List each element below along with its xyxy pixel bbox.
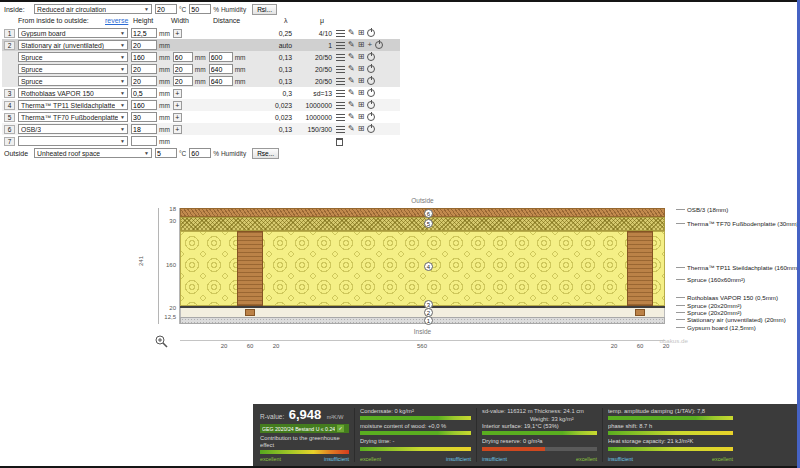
power-icon[interactable] <box>367 101 375 109</box>
height-input[interactable] <box>131 64 157 74</box>
insert-layer-icon[interactable]: ⊞ <box>358 125 365 133</box>
height-input[interactable] <box>131 136 157 146</box>
material-select[interactable]: Stationary air (unventilated) ▼ <box>18 40 128 50</box>
menu-icon[interactable] <box>336 126 345 133</box>
power-icon[interactable] <box>367 113 375 121</box>
distance-input[interactable] <box>209 64 233 74</box>
bdim-20: 20 <box>266 343 286 349</box>
distance-input[interactable] <box>209 76 233 86</box>
width-input[interactable] <box>173 52 193 62</box>
drying-reserve-bar <box>482 447 597 451</box>
material-select[interactable]: Therma™ TF70 Fußbodenplatte ▼ <box>18 112 128 122</box>
material-select[interactable]: ▼ <box>18 136 128 146</box>
inside-humidity-input[interactable] <box>189 4 211 14</box>
zoom-in-icon[interactable] <box>155 335 168 349</box>
add-wood-icon[interactable]: + <box>367 41 372 49</box>
menu-icon[interactable] <box>336 78 345 85</box>
inside-material-select[interactable]: Reduced air circulation ▼ <box>34 4 152 14</box>
edit-icon[interactable]: ✎ <box>348 125 355 133</box>
material-select[interactable]: Rothoblaas VAPOR 150 ▼ <box>18 88 128 98</box>
distance-input[interactable] <box>209 52 233 62</box>
spruce-stud-right[interactable] <box>627 231 653 306</box>
insert-layer-icon[interactable]: ⊞ <box>358 113 365 121</box>
add-segment-button[interactable]: + <box>173 89 182 98</box>
height-input[interactable] <box>131 28 157 38</box>
insert-layer-icon[interactable]: ⊞ <box>358 89 365 97</box>
edit-icon[interactable]: ✎ <box>348 53 355 61</box>
insert-layer-icon[interactable]: ⊞ <box>358 53 365 61</box>
height-input[interactable] <box>131 40 157 50</box>
r-value-line: R-value: 6,948 m²K/W <box>260 408 349 423</box>
material-select[interactable]: Spruce ▼ <box>18 64 128 74</box>
height-input[interactable] <box>131 76 157 86</box>
rsi-button[interactable]: Rsi... <box>252 4 277 15</box>
material-select[interactable]: Therma™ TP11 Steildachplatte ▼ <box>18 100 128 110</box>
insert-layer-icon[interactable]: ⊞ <box>358 101 365 109</box>
width-input[interactable] <box>173 64 193 74</box>
inside-temp-input[interactable] <box>155 4 177 14</box>
layer-table: Inside: Reduced air circulation ▼ °C % H… <box>2 3 400 159</box>
chevron-down-icon: ▼ <box>144 150 149 156</box>
tf70-layer[interactable] <box>180 217 665 231</box>
osb-layer[interactable] <box>180 208 665 217</box>
outside-material-select[interactable]: Unheated roof space ▼ <box>34 148 152 158</box>
add-segment-button[interactable]: + <box>173 113 182 122</box>
layer-number <box>4 65 15 74</box>
add-segment-button[interactable]: + <box>173 101 182 110</box>
menu-icon[interactable] <box>336 66 345 73</box>
rse-button[interactable]: Rse... <box>252 148 279 159</box>
reverse-link[interactable]: reverse <box>105 17 128 24</box>
outside-temp-input[interactable] <box>155 148 177 158</box>
insert-layer-icon[interactable]: ⊞ <box>358 77 365 85</box>
material-select[interactable]: Gypsum board ▼ <box>18 28 128 38</box>
material-select[interactable]: OSB/3 ▼ <box>18 124 128 134</box>
unit-mm: mm <box>159 126 170 133</box>
trash-icon[interactable] <box>336 138 343 146</box>
insert-layer-icon[interactable]: ⊞ <box>358 41 365 49</box>
menu-icon[interactable] <box>336 30 345 37</box>
unit-mm: mm <box>159 30 170 37</box>
outside-humidity-input[interactable] <box>189 148 211 158</box>
edit-icon[interactable]: ✎ <box>348 41 355 49</box>
edit-icon[interactable]: ✎ <box>348 113 355 121</box>
menu-icon[interactable] <box>336 90 345 97</box>
spruce-batten-right[interactable] <box>635 309 645 316</box>
power-icon[interactable] <box>367 29 375 37</box>
add-segment-button[interactable]: + <box>173 125 182 134</box>
edit-icon[interactable]: ✎ <box>348 65 355 73</box>
spruce-batten-left[interactable] <box>245 309 255 316</box>
spruce-stud-left[interactable] <box>237 231 263 306</box>
power-icon[interactable] <box>375 41 383 49</box>
menu-icon[interactable] <box>336 102 345 109</box>
menu-icon[interactable] <box>336 54 345 61</box>
inside-row: Inside: Reduced air circulation ▼ °C % H… <box>2 3 400 15</box>
width-input[interactable] <box>173 76 193 86</box>
power-icon[interactable] <box>367 65 375 73</box>
material-select[interactable]: Spruce ▼ <box>18 76 128 86</box>
add-segment-button[interactable]: + <box>173 29 182 38</box>
menu-icon[interactable] <box>336 114 345 121</box>
edit-icon[interactable]: ✎ <box>348 101 355 109</box>
ubakus-u-value-calculator: { "icons": { "dropdown": "▼", "edit": "✎… <box>0 0 800 468</box>
height-input[interactable] <box>131 124 157 134</box>
menu-icon[interactable] <box>336 42 345 49</box>
edit-icon[interactable]: ✎ <box>348 89 355 97</box>
power-icon[interactable] <box>367 125 375 133</box>
insert-layer-icon[interactable]: ⊞ <box>358 65 365 73</box>
lambda-header: λ <box>284 17 288 24</box>
lambda-value: 0,023 <box>258 114 292 121</box>
height-input[interactable] <box>131 112 157 122</box>
height-input[interactable] <box>131 52 157 62</box>
edit-icon[interactable]: ✎ <box>348 77 355 85</box>
insert-layer-icon[interactable]: ⊞ <box>358 29 365 37</box>
material-select[interactable]: Spruce ▼ <box>18 52 128 62</box>
chevron-down-icon: ▼ <box>120 66 125 72</box>
gypsum-layer[interactable] <box>180 317 665 324</box>
power-icon[interactable] <box>367 77 375 85</box>
power-icon[interactable] <box>367 89 375 97</box>
height-input[interactable] <box>131 88 157 98</box>
power-icon[interactable] <box>367 53 375 61</box>
r-value-column: R-value: 6,948 m²K/W GEG 2020/24 Bestand… <box>258 408 354 462</box>
height-input[interactable] <box>131 100 157 110</box>
edit-icon[interactable]: ✎ <box>348 29 355 37</box>
